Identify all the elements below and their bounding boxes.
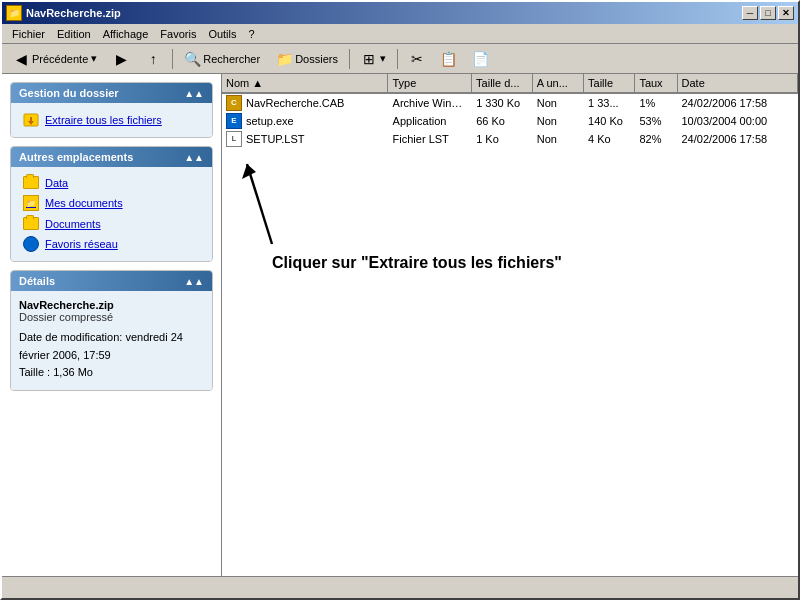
file-row-taux-1: 53% <box>635 115 677 127</box>
back-arrow: ▾ <box>91 52 97 65</box>
paste-icon: 📄 <box>473 51 489 67</box>
details-title: Détails <box>19 275 55 287</box>
table-row[interactable]: E setup.exe Application 66 Ko Non 140 Ko… <box>222 112 798 130</box>
up-button[interactable]: ↑ <box>138 47 168 71</box>
col-taille-label: Taille <box>588 77 613 89</box>
file-row-nom-1: setup.exe <box>246 115 294 127</box>
right-panel: Nom ▲ Type Taille d... A un... Taille Ta… <box>222 74 798 576</box>
col-header-type[interactable]: Type <box>388 74 472 92</box>
details-filename: NavRecherche.zip <box>19 299 204 311</box>
maximize-button[interactable]: □ <box>760 6 776 20</box>
file-row-taux-2: 82% <box>635 133 677 145</box>
col-header-a-un[interactable]: A un... <box>533 74 584 92</box>
gestion-title: Gestion du dossier <box>19 87 119 99</box>
place-data[interactable]: Data <box>19 173 204 192</box>
copy-button[interactable]: 📋 <box>434 47 464 71</box>
file-row-taux-0: 1% <box>635 97 677 109</box>
folders-button[interactable]: 📁 Dossiers <box>269 47 345 71</box>
place-data-label: Data <box>45 177 68 189</box>
up-icon: ↑ <box>145 51 161 67</box>
autres-collapse-icon[interactable]: ▲▲ <box>184 152 204 163</box>
gestion-section: Gestion du dossier ▲▲ Extraire tous les … <box>10 82 213 138</box>
col-taille-d-label: Taille d... <box>476 77 519 89</box>
back-button[interactable]: ◀ Précédente ▾ <box>6 47 104 71</box>
extract-all-link[interactable]: Extraire tous les fichiers <box>19 109 204 131</box>
search-icon: 🔍 <box>184 51 200 67</box>
search-label: Rechercher <box>203 53 260 65</box>
menu-favoris[interactable]: Favoris <box>154 26 202 42</box>
window-icon: 📁 <box>6 5 22 21</box>
details-header: Détails ▲▲ <box>11 271 212 291</box>
lst-icon: L <box>226 131 242 147</box>
details-collapse-icon[interactable]: ▲▲ <box>184 276 204 287</box>
col-header-date[interactable]: Date <box>678 74 798 92</box>
folder-icon-data <box>23 176 39 189</box>
file-row-taille-d-1: 66 Ko <box>472 115 533 127</box>
cut-icon: ✂ <box>409 51 425 67</box>
menu-affichage[interactable]: Affichage <box>97 26 155 42</box>
col-date-label: Date <box>682 77 705 89</box>
gestion-header: Gestion du dossier ▲▲ <box>11 83 212 103</box>
search-button[interactable]: 🔍 Rechercher <box>177 47 267 71</box>
menu-fichier[interactable]: Fichier <box>6 26 51 42</box>
col-header-taille-d[interactable]: Taille d... <box>472 74 533 92</box>
folders-label: Dossiers <box>295 53 338 65</box>
cab-icon: C <box>226 95 242 111</box>
details-date: Date de modification: vendredi 24 févrie… <box>19 329 204 364</box>
file-name-cab: C NavRecherche.CAB <box>222 95 389 111</box>
details-body: NavRecherche.zip Dossier compressé Date … <box>11 291 212 390</box>
toolbar: ◀ Précédente ▾ ▶ ↑ 🔍 Rechercher 📁 Dossie… <box>2 44 798 74</box>
col-taux-label: Taux <box>639 77 662 89</box>
window-title: NavRecherche.zip <box>26 7 121 19</box>
place-favoris-reseau[interactable]: Favoris réseau <box>19 233 204 255</box>
col-header-taux[interactable]: Taux <box>635 74 677 92</box>
close-button[interactable]: ✕ <box>778 6 794 20</box>
file-row-date-1: 10/03/2004 00:00 <box>678 115 798 127</box>
menu-help[interactable]: ? <box>243 26 261 42</box>
col-type-label: Type <box>392 77 416 89</box>
place-mes-documents[interactable]: 📁 Mes documents <box>19 192 204 214</box>
view-icon: ⊞ <box>361 51 377 67</box>
title-bar: 📁 NavRecherche.zip ─ □ ✕ <box>2 2 798 24</box>
place-documents[interactable]: Documents <box>19 214 204 233</box>
col-header-taille[interactable]: Taille <box>584 74 635 92</box>
col-header-nom[interactable]: Nom ▲ <box>222 74 388 92</box>
extract-all-label: Extraire tous les fichiers <box>45 114 162 126</box>
docs-icon: 📁 <box>23 195 39 211</box>
file-row-date-0: 24/02/2006 17:58 <box>678 97 798 109</box>
col-nom-label: Nom ▲ <box>226 77 263 89</box>
gestion-body: Extraire tous les fichiers <box>11 103 212 137</box>
place-favoris-reseau-label: Favoris réseau <box>45 238 118 250</box>
table-row[interactable]: L SETUP.LST Fichier LST 1 Ko Non 4 Ko 82… <box>222 130 798 148</box>
exe-icon: E <box>226 113 242 129</box>
paste-button[interactable]: 📄 <box>466 47 496 71</box>
autres-section: Autres emplacements ▲▲ Data 📁 Mes docume… <box>10 146 213 262</box>
view-icons-button[interactable]: ⊞ ▾ <box>354 47 393 71</box>
menu-bar: Fichier Edition Affichage Favoris Outils… <box>2 24 798 44</box>
gestion-collapse-icon[interactable]: ▲▲ <box>184 88 204 99</box>
title-bar-buttons: ─ □ ✕ <box>742 6 794 20</box>
minimize-button[interactable]: ─ <box>742 6 758 20</box>
menu-edition[interactable]: Edition <box>51 26 97 42</box>
main-content: Gestion du dossier ▲▲ Extraire tous les … <box>2 74 798 576</box>
title-bar-left: 📁 NavRecherche.zip <box>6 5 121 21</box>
back-icon: ◀ <box>13 51 29 67</box>
file-row-type-0: Archive WinRAR <box>389 97 473 109</box>
file-row-taille-d-0: 1 330 Ko <box>472 97 533 109</box>
toolbar-separator-1 <box>172 49 173 69</box>
menu-outils[interactable]: Outils <box>202 26 242 42</box>
network-icon <box>23 236 39 252</box>
table-row[interactable]: C NavRecherche.CAB Archive WinRAR 1 330 … <box>222 94 798 112</box>
view-arrow: ▾ <box>380 52 386 65</box>
toolbar-separator-3 <box>397 49 398 69</box>
file-row-a-un-2: Non <box>533 133 584 145</box>
details-type: Dossier compressé <box>19 311 204 323</box>
file-row-nom-0: NavRecherche.CAB <box>246 97 344 109</box>
place-documents-label: Documents <box>45 218 101 230</box>
cut-button[interactable]: ✂ <box>402 47 432 71</box>
status-bar <box>2 576 798 598</box>
file-row-taille-2: 4 Ko <box>584 133 635 145</box>
details-size: Taille : 1,36 Mo <box>19 364 204 382</box>
forward-button[interactable]: ▶ <box>106 47 136 71</box>
autres-title: Autres emplacements <box>19 151 133 163</box>
